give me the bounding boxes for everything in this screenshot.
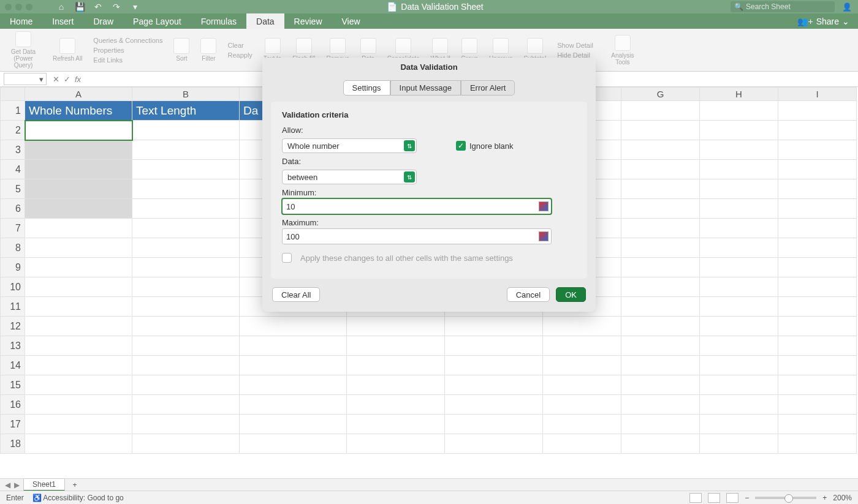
zoom-out-button[interactable]: − <box>745 494 749 502</box>
zoom-in-button[interactable]: + <box>822 494 827 502</box>
minimum-input[interactable]: 10 <box>282 198 552 214</box>
dialog-tab-settings[interactable]: Settings <box>343 80 390 96</box>
accessibility-status[interactable]: ♿ Accessibility: Good to go <box>32 494 124 502</box>
cancel-button[interactable]: Cancel <box>507 287 550 302</box>
zoom-slider[interactable] <box>755 497 816 499</box>
ignore-blank-checkbox[interactable]: ✓ <box>456 141 466 151</box>
minimum-label: Minimum: <box>282 188 576 197</box>
maximum-value: 100 <box>286 232 300 241</box>
dialog-title: Data Validation <box>262 58 596 77</box>
dialog-tab-error-alert[interactable]: Error Alert <box>461 80 515 96</box>
data-value: between <box>287 173 317 182</box>
apply-all-checkbox: ✓ <box>282 253 292 263</box>
sheet-nav-left-icon[interactable]: ◀ <box>5 481 10 489</box>
allow-select[interactable]: Whole number ⇅ <box>282 138 417 153</box>
chevron-up-down-icon: ⇅ <box>404 171 415 182</box>
status-bar: Enter ♿ Accessibility: Good to go − + 20… <box>0 491 858 504</box>
maximum-input[interactable]: 100 <box>282 228 552 244</box>
mode-indicator: Enter <box>6 494 24 502</box>
ok-button[interactable]: OK <box>556 287 586 302</box>
dialog-tabs: SettingsInput MessageError Alert <box>262 77 596 102</box>
page-layout-view-button[interactable] <box>708 493 720 503</box>
normal-view-button[interactable] <box>689 493 702 503</box>
clear-all-button[interactable]: Clear All <box>272 287 320 302</box>
chevron-up-down-icon: ⇅ <box>404 140 415 151</box>
zoom-level[interactable]: 200% <box>833 494 852 502</box>
sheet-tab[interactable]: Sheet1 <box>23 478 65 491</box>
maximum-label: Maximum: <box>282 218 576 227</box>
data-validation-dialog: Data Validation SettingsInput MessageErr… <box>262 58 596 312</box>
range-picker-icon[interactable] <box>539 231 549 241</box>
dialog-tab-input-message[interactable]: Input Message <box>390 80 461 96</box>
minimum-value: 10 <box>286 202 295 211</box>
data-select[interactable]: between ⇅ <box>282 170 417 184</box>
sheet-nav-right-icon[interactable]: ▶ <box>14 481 20 489</box>
sheet-tab-bar: ◀ ▶ Sheet1 + <box>0 478 858 491</box>
ignore-blank-label: Ignore blank <box>469 141 514 151</box>
apply-all-label: Apply these changes to all other cells w… <box>300 254 513 263</box>
add-sheet-button[interactable]: + <box>69 481 81 489</box>
page-break-view-button[interactable] <box>726 493 738 503</box>
allow-value: Whole number <box>287 141 340 151</box>
validation-criteria-label: Validation criteria <box>282 110 576 119</box>
range-picker-icon[interactable] <box>539 201 549 211</box>
data-label: Data: <box>282 157 576 166</box>
allow-label: Allow: <box>282 126 576 135</box>
